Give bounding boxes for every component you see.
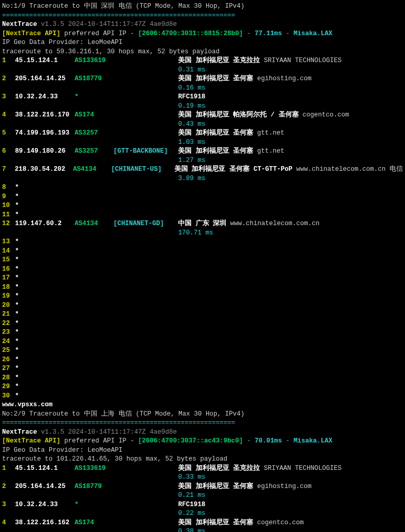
hop-star: * <box>15 211 19 220</box>
hop-as: AS174 <box>75 111 113 120</box>
hop-row: 13* <box>2 238 403 247</box>
hop-star: * <box>15 265 19 274</box>
hop-latency: 3.89 ms <box>178 174 206 184</box>
hop-number: 30 <box>2 392 15 401</box>
hop-ip: 38.122.216.162 <box>15 519 75 528</box>
hop-row: 16* <box>2 265 403 274</box>
hop-latency-row: 0.22 ms <box>2 509 403 519</box>
hop-number: 8 <box>2 183 15 193</box>
hop-number: 7 <box>2 165 15 174</box>
hop-number: 25 <box>2 346 15 356</box>
hop-star: * <box>15 319 19 329</box>
hop-latency: 0.31 ms <box>178 66 206 75</box>
hop-latency: 0.43 ms <box>178 120 206 129</box>
hop-number: 13 <box>2 238 15 247</box>
hop-star: * <box>15 328 19 337</box>
hop-location: 中国 广东 深圳 www.chinatelecom.com.cn <box>178 219 320 229</box>
hop-row: 24* <box>2 337 403 347</box>
hop-number: 4 <box>2 519 15 528</box>
nexttrace-line: NextTrace v1.3.5 2024-10-14T11:17:47Z 4a… <box>2 20 403 29</box>
hop-row: 310.32.24.33*RFC1918 <box>2 93 403 102</box>
hop-tag: [GTT-BACKBONE] <box>113 147 178 156</box>
trace-header: No:2/9 Traceroute to 中国 上海 电信 (TCP Mode,… <box>2 410 403 419</box>
hop-tag <box>113 111 178 120</box>
hop-number: 1 <box>2 464 15 474</box>
nexttrace-line: NextTrace v1.3.5 2024-10-14T11:17:47Z 4a… <box>2 428 403 437</box>
hop-row: 14* <box>2 247 403 256</box>
hop-extra: SRIYAAN TECHNOLOGIES <box>264 465 342 472</box>
hop-number: 15 <box>2 256 15 265</box>
hop-tag <box>113 482 178 492</box>
hop-row: 27* <box>2 364 403 374</box>
hop-star: * <box>15 247 19 256</box>
hop-star: * <box>15 346 19 356</box>
hop-row: 15* <box>2 256 403 265</box>
hop-location: 美国 加利福尼亚 圣克拉拉 SRIYAAN TECHNOLOGIES <box>178 56 342 66</box>
hop-latency-row: 1.03 ms <box>2 138 403 147</box>
hop-as: AS3257 <box>75 129 113 138</box>
hop-extra: egihosting.com <box>257 75 312 82</box>
hop-ip: 218.30.54.202 <box>15 165 73 174</box>
hop-number: 2 <box>2 482 15 492</box>
hop-ip: 205.164.14.25 <box>15 75 75 84</box>
hop-row: 11* <box>2 211 403 220</box>
hop-location: 美国 加利福尼亚 圣何塞 cogentco.com <box>178 519 304 528</box>
hop-latency: 0.21 ms <box>178 491 206 500</box>
hop-row: 26* <box>2 356 403 365</box>
hop-star: * <box>15 374 19 383</box>
hop-extra: gtt.net <box>257 147 285 155</box>
hop-row: 30* <box>2 392 403 401</box>
hop-latency-row: 3.89 ms <box>2 174 403 184</box>
hop-star: * <box>15 238 19 247</box>
hop-row: 145.15.124.1AS133619美国 加利福尼亚 圣克拉拉 SRIYAA… <box>2 56 403 66</box>
hop-row: 22* <box>2 319 403 329</box>
hop-latency: 0.19 ms <box>178 102 206 111</box>
hop-star: * <box>15 201 19 211</box>
hop-number: 9 <box>2 193 15 202</box>
hop-location: 美国 加利福尼亚 圣何塞 CT-GTT-PoP www.chinatelecom… <box>175 165 403 174</box>
hop-number: 6 <box>2 147 15 156</box>
hop-as: * <box>75 500 113 510</box>
hop-as: * <box>75 93 113 102</box>
hop-latency-row: 0.21 ms <box>2 491 403 500</box>
hop-tag <box>113 519 178 528</box>
hop-ip: 45.15.124.1 <box>15 56 75 66</box>
hop-star: * <box>15 292 19 301</box>
hop-location: 美国 加利福尼亚 圣何塞 egihosting.com <box>178 75 312 84</box>
hop-latency-row: 0.43 ms <box>2 120 403 129</box>
hop-row: 17* <box>2 274 403 283</box>
hop-row: 310.32.24.33*RFC1918 <box>2 500 403 510</box>
hop-location: 美国 加利福尼亚 圣克拉拉 SRIYAAN TECHNOLOGIES <box>178 464 342 474</box>
hop-row: 8* <box>2 183 403 193</box>
hop-as: AS174 <box>75 519 113 528</box>
hop-location: 美国 加利福尼亚 帕洛阿尔托 / 圣何塞 cogentco.com <box>178 111 349 120</box>
hop-latency: 1.03 ms <box>178 138 206 147</box>
hop-row: 20* <box>2 301 403 311</box>
hop-location: 美国 加利福尼亚 圣何塞 egihosting.com <box>178 482 312 492</box>
hop-row: 2205.164.14.25AS18779美国 加利福尼亚 圣何塞 egihos… <box>2 482 403 492</box>
hop-latency-row: 170.71 ms <box>2 229 403 238</box>
hop-location: RFC1918 <box>178 93 206 102</box>
hop-star: * <box>15 310 19 319</box>
hop-number: 1 <box>2 56 15 66</box>
trace-header: No:1/9 Traceroute to 中国 深圳 电信 (TCP Mode,… <box>2 2 403 11</box>
hop-ip: 205.164.14.25 <box>15 482 75 492</box>
hop-number: 21 <box>2 310 15 319</box>
hop-number: 3 <box>2 93 15 102</box>
hop-tag <box>113 75 178 84</box>
hop-row: 18* <box>2 283 403 292</box>
hop-latency-row: 0.38 ms <box>2 527 403 532</box>
hop-row: 145.15.124.1AS133619美国 加利福尼亚 圣克拉拉 SRIYAA… <box>2 464 403 474</box>
hop-number: 4 <box>2 111 15 120</box>
hop-ip: 10.32.24.33 <box>15 500 75 510</box>
hop-as: AS3257 <box>75 147 113 156</box>
hop-star: * <box>15 256 19 265</box>
hop-row: 21* <box>2 310 403 319</box>
hop-row: 574.199.196.193AS3257美国 加利福尼亚 圣何塞 gtt.ne… <box>2 129 403 138</box>
hop-as: AS18779 <box>75 75 113 84</box>
hop-number: 10 <box>2 201 15 211</box>
hop-extra: gtt.net <box>257 129 285 137</box>
hop-row: 12119.147.60.2AS4134[CHINANET-GD]中国 广东 深… <box>2 219 403 229</box>
hop-extra: www.chinatelecom.com.cn <box>230 220 320 227</box>
api-line: [NextTrace API] preferred API IP - [2606… <box>2 437 403 446</box>
